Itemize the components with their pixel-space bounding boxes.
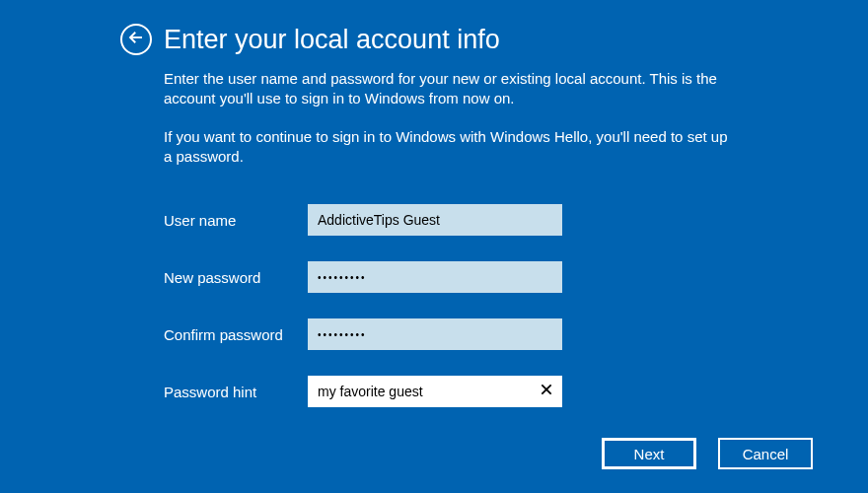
- username-label: User name: [164, 212, 308, 229]
- password-hint-input[interactable]: [308, 376, 562, 407]
- close-icon: [540, 383, 553, 400]
- clear-hint-button[interactable]: [531, 376, 562, 407]
- next-button[interactable]: Next: [602, 438, 696, 469]
- confirm-password-input[interactable]: [308, 318, 562, 350]
- new-password-input[interactable]: [308, 261, 562, 293]
- intro-text-2: If you want to continue to sign in to Wi…: [164, 127, 730, 168]
- password-hint-label: Password hint: [164, 384, 308, 400]
- intro-text-1: Enter the user name and password for you…: [164, 69, 730, 109]
- arrow-left-icon: [127, 29, 145, 50]
- username-input[interactable]: [308, 204, 562, 236]
- new-password-label: New password: [164, 269, 308, 286]
- confirm-password-label: Confirm password: [164, 326, 308, 343]
- back-button[interactable]: [120, 24, 152, 55]
- cancel-button[interactable]: Cancel: [718, 438, 813, 469]
- page-title: Enter your local account info: [164, 25, 500, 55]
- account-form: User name New password Confirm password …: [0, 204, 868, 407]
